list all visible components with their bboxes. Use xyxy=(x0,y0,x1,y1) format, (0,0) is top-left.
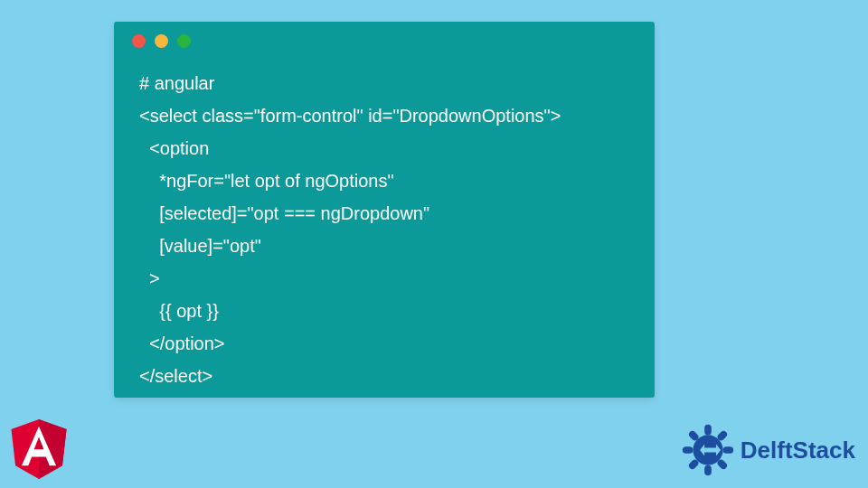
code-window: # angular <select class="form-control" i… xyxy=(114,22,655,398)
svg-marker-1 xyxy=(39,419,67,479)
svg-rect-5 xyxy=(683,446,693,454)
svg-rect-4 xyxy=(704,465,712,476)
maximize-icon xyxy=(177,34,191,48)
close-icon xyxy=(132,34,146,48)
delftstack-logo: DelftStack xyxy=(679,421,855,479)
code-line: *ngFor="let opt of ngOptions" xyxy=(139,171,394,191)
code-line: [selected]="opt === ngDropdown" xyxy=(139,203,429,223)
angular-logo-icon xyxy=(11,419,67,479)
svg-rect-3 xyxy=(704,425,712,436)
svg-rect-6 xyxy=(722,446,733,454)
code-line: {{ opt }} xyxy=(139,301,219,321)
code-block: # angular <select class="form-control" i… xyxy=(114,60,655,410)
code-line: </option> xyxy=(139,333,225,353)
code-line: </select> xyxy=(139,366,212,386)
delftstack-badge-icon xyxy=(679,421,737,479)
delftstack-text: DelftStack xyxy=(741,436,855,465)
minimize-icon xyxy=(155,34,168,48)
code-line: [value]="opt" xyxy=(139,236,261,256)
window-titlebar xyxy=(114,22,655,60)
code-line: > xyxy=(139,268,160,288)
code-line: <option xyxy=(139,138,209,158)
code-line: <select class="form-control" id="Dropdow… xyxy=(139,106,561,126)
code-line: # angular xyxy=(139,73,214,93)
